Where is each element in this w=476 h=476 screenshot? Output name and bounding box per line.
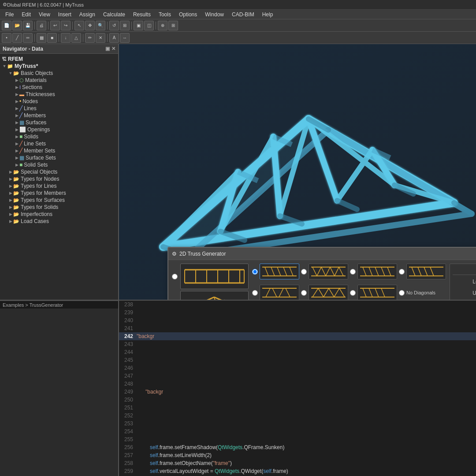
menu-calculate[interactable]: Calculate <box>100 11 129 19</box>
menu-tools[interactable]: Tools <box>155 11 175 19</box>
tb-new[interactable]: 📄 <box>2 21 11 30</box>
tree-surface-sets[interactable]: ▶ ▦ Surface Sets <box>0 154 118 161</box>
menu-options[interactable]: Options <box>175 11 201 19</box>
tb-wireframe[interactable]: ◫ <box>144 21 154 30</box>
menu-file[interactable]: File <box>2 11 17 19</box>
viewport[interactable]: ⚙ 2D Truss Generator ─ □ ✕ <box>119 44 476 300</box>
menu-help[interactable]: Help <box>259 11 277 19</box>
tree-types-lines[interactable]: ▶ 📂 Types for Lines <box>0 182 118 190</box>
tree-types-members[interactable]: ▶ 📂 Types for Members <box>0 190 118 197</box>
menu-insert[interactable]: Insert <box>55 11 75 19</box>
tree-rfem[interactable]: 🏗 RFEM <box>0 56 118 63</box>
tb2-label[interactable]: A <box>109 33 119 43</box>
tb2-surface[interactable]: ▦ <box>37 33 46 43</box>
tb-fit[interactable]: ⊞ <box>120 21 130 30</box>
tb2-node[interactable]: • <box>2 33 11 43</box>
shape-img-1[interactable] <box>180 264 249 289</box>
tree-solid-sets[interactable]: ▶ ■ Solid Sets <box>0 161 118 168</box>
pattern-radio-5[interactable] <box>252 290 258 296</box>
lower-chord-label: Lower Chord <box>453 279 476 285</box>
tb-grid[interactable]: ⊞ <box>168 21 178 30</box>
svg-line-105 <box>279 288 283 297</box>
pattern-radio-no-diagonals[interactable] <box>399 290 405 296</box>
pattern-item-7[interactable] <box>350 285 397 300</box>
pattern-radio-4[interactable] <box>399 269 405 275</box>
dialog-title-bar[interactable]: ⚙ 2D Truss Generator ─ □ ✕ <box>168 248 476 260</box>
menu-edit[interactable]: Edit <box>18 11 34 19</box>
nav-expand-btn[interactable]: ▣ <box>105 46 110 52</box>
tree-line-sets[interactable]: ▶ ╱ Line Sets <box>0 140 118 147</box>
tree-members[interactable]: ▶ ╱ Members <box>0 112 118 119</box>
tb-view3d[interactable]: ▣ <box>134 21 143 30</box>
surface-sets-label: Surface Sets <box>26 155 56 161</box>
tb2-load[interactable]: ↓ <box>61 33 71 43</box>
pattern-item-4[interactable] <box>399 264 446 279</box>
tb2-solid[interactable]: ■ <box>47 33 57 43</box>
tb2-delete[interactable]: ✕ <box>96 33 105 43</box>
tree-load-cases[interactable]: ▶ 📂 Load Cases <box>0 218 118 225</box>
tree-imperfections[interactable]: ▶ 📂 Imperfections <box>0 211 118 218</box>
tb-rotate[interactable]: ↺ <box>109 21 119 30</box>
pattern-item-no-diagonals[interactable]: No Diagonals <box>399 285 446 300</box>
pattern-item-1[interactable] <box>252 264 299 279</box>
tb2-dim[interactable]: ↔ <box>120 33 130 43</box>
tb2-edit[interactable]: ✏ <box>85 33 95 43</box>
tree-lines[interactable]: ▶ ╱ Lines <box>0 105 118 112</box>
pattern-item-5[interactable] <box>252 285 299 300</box>
member-sets-label: Member Sets <box>24 148 55 154</box>
svg-line-96 <box>418 267 421 276</box>
tb-redo[interactable]: ↪ <box>61 21 71 30</box>
tree-surfaces[interactable]: ▶ ▦ Surfaces <box>0 119 118 126</box>
svg-line-79 <box>277 267 281 276</box>
tree-types-solids[interactable]: ▶ 📂 Types for Solids <box>0 204 118 211</box>
shape-img-2[interactable] <box>180 291 249 300</box>
tree-solids[interactable]: ▶ ■ Solids <box>0 133 118 140</box>
tree-nodes[interactable]: ▶ • Nodes <box>0 98 118 105</box>
tb-open[interactable]: 📂 <box>12 21 22 30</box>
code-line-258: 258 self.frame.setObjectName("frame") <box>119 459 476 467</box>
menu-assign[interactable]: Assign <box>76 11 99 19</box>
window-title: Dlubal RFEM | 6.02.0047 | MyTruss <box>7 2 84 7</box>
tree-basic-objects[interactable]: ▼ 📂 Basic Objects <box>0 70 118 77</box>
menu-view[interactable]: View <box>35 11 54 19</box>
tb-zoom[interactable]: 🔍 <box>96 21 105 30</box>
pattern-radio-2[interactable] <box>301 269 307 275</box>
pattern-radio-7[interactable] <box>350 290 356 296</box>
tree-sections[interactable]: ▶ I Sections <box>0 84 118 91</box>
tb2-line[interactable]: ╱ <box>12 33 22 43</box>
surfaces-label: Surfaces <box>26 119 46 126</box>
pattern-item-3[interactable] <box>350 264 397 279</box>
tree-materials[interactable]: ▶ ⬡ Materials <box>0 77 118 84</box>
tree-member-sets[interactable]: ▶ ╱ Member Sets <box>0 147 118 154</box>
tree-types-surfaces[interactable]: ▶ 📂 Types for Surfaces <box>0 197 118 204</box>
tree-types-nodes[interactable]: ▶ 📂 Types for Nodes <box>0 175 118 182</box>
code-editor[interactable]: 238 239 240 241 242 "backgr 243 244 245 <box>119 301 476 476</box>
shape-radio-1[interactable] <box>172 274 178 279</box>
tb-print[interactable]: 🖨 <box>37 21 46 30</box>
menu-cadbim[interactable]: CAD-BIM <box>228 11 258 19</box>
code-line-246: 246 <box>119 364 476 372</box>
pattern-item-6[interactable] <box>301 285 348 300</box>
code-line-252: 252 <box>119 412 476 420</box>
tb2-support[interactable]: △ <box>71 33 81 43</box>
menu-window[interactable]: Window <box>201 11 227 19</box>
tb-snap[interactable]: ⊕ <box>158 21 167 30</box>
tree-openings[interactable]: ▶ ⬜ Openings <box>0 126 118 133</box>
tree-special-objects[interactable]: ▶ 📂 Special Objects <box>0 168 118 175</box>
tree-mytruss[interactable]: ▼ 📁 MyTruss* <box>0 63 118 70</box>
tree-thicknesses[interactable]: ▶ ▬ Thicknesses <box>0 91 118 98</box>
nodes-arrow: ▶ <box>14 99 19 104</box>
nav-close-btn[interactable]: ✕ <box>112 46 115 52</box>
pattern-item-2[interactable] <box>301 264 348 279</box>
tb2-member[interactable]: ═ <box>23 33 33 43</box>
pattern-radio-3[interactable] <box>350 269 356 275</box>
pattern-radio-6[interactable] <box>301 290 307 296</box>
tb-select[interactable]: ↖ <box>74 21 84 30</box>
tb-save[interactable]: 💾 <box>23 21 33 30</box>
dialog-title-text: 2D Truss Generator <box>179 251 226 257</box>
pattern-radio-1[interactable] <box>252 269 258 275</box>
menu-results[interactable]: Results <box>130 11 154 19</box>
tb-move[interactable]: ✥ <box>85 21 95 30</box>
breadcrumb-bar: Examples > TrussGenerator <box>0 301 118 309</box>
tb-undo[interactable]: ↩ <box>50 21 60 30</box>
